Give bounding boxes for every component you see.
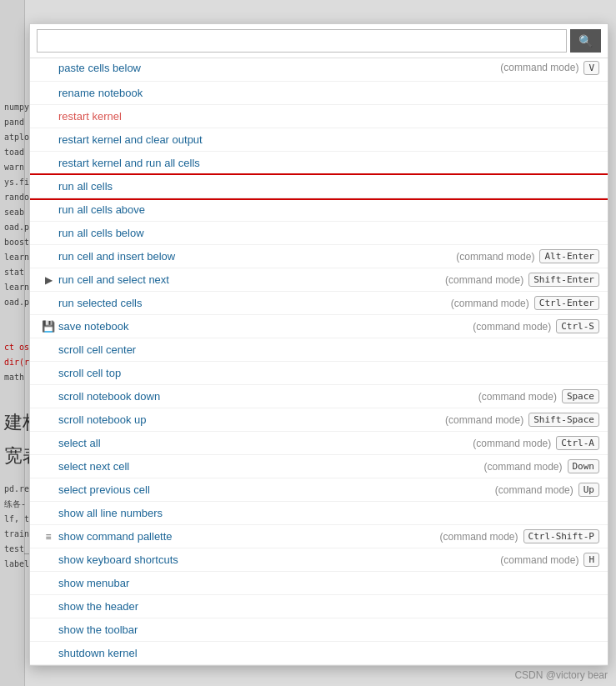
item-shortcut: (command mode)Ctrl-Enter — [451, 296, 599, 310]
list-item[interactable]: show menubar — [30, 572, 608, 595]
item-shortcut: (command mode)H — [500, 553, 599, 567]
item-label: restart kernel and run all cells — [58, 157, 599, 169]
list-item[interactable]: select previous cell(command mode)Up — [30, 478, 608, 502]
no-icon — [42, 61, 55, 74]
arrow-icon: ▶ — [42, 273, 55, 287]
list-item[interactable]: rename notebook — [30, 82, 608, 105]
no-icon — [42, 483, 55, 497]
item-shortcut: (command mode)Shift-Space — [445, 413, 599, 427]
item-label: show the toolbar — [58, 623, 599, 636]
item-label: scroll cell top — [58, 367, 599, 379]
no-icon — [42, 180, 55, 193]
item-label: run all cells above — [58, 203, 599, 216]
search-button[interactable]: 🔍 — [570, 29, 601, 53]
list-item[interactable]: show keyboard shortcuts(command mode)H — [30, 548, 608, 572]
list-item[interactable]: scroll cell top — [30, 362, 608, 385]
list-item[interactable]: show all line numbers — [30, 502, 608, 525]
search-input[interactable] — [37, 29, 567, 53]
list-item[interactable]: scroll notebook down(command mode)Space — [30, 385, 608, 408]
list-item[interactable]: run all cells above — [30, 198, 608, 222]
no-icon — [42, 133, 55, 147]
item-label: scroll cell center — [58, 343, 599, 356]
list-item[interactable]: scroll cell center — [30, 338, 608, 362]
item-label: show command pallette — [58, 530, 439, 543]
no-icon — [42, 297, 55, 310]
command-palette: 🔍 paste cells below(command mode)Vrename… — [29, 23, 608, 666]
floppy-icon: 💾 — [42, 320, 55, 333]
list-item[interactable]: run selected cells(command mode)Ctrl-Ent… — [30, 292, 608, 315]
item-label: restart kernel — [58, 110, 599, 123]
item-label: show menubar — [58, 577, 599, 589]
item-label: scroll notebook up — [58, 413, 445, 426]
item-label: select all — [58, 437, 473, 449]
list-item[interactable]: restart kernel — [30, 105, 608, 128]
item-shortcut: (command mode)Alt-Enter — [456, 249, 599, 263]
no-icon — [42, 390, 55, 403]
list-item[interactable]: scroll notebook up(command mode)Shift-Sp… — [30, 408, 608, 432]
item-shortcut: (command mode)Ctrl-S — [473, 319, 599, 333]
item-label: shutdown kernel — [58, 647, 599, 659]
no-icon — [42, 577, 55, 590]
no-icon — [42, 157, 55, 170]
list-item[interactable]: select next cell(command mode)Down — [30, 455, 608, 478]
items-list[interactable]: paste cells below(command mode)Vrename n… — [30, 58, 608, 665]
no-icon — [42, 343, 55, 357]
list-item[interactable]: ≡show command pallette(command mode)Ctrl… — [30, 525, 608, 548]
no-icon — [42, 227, 55, 240]
item-shortcut: (command mode)Space — [478, 389, 599, 403]
no-icon — [42, 110, 55, 123]
list-item[interactable]: paste cells below(command mode)V — [30, 58, 608, 82]
item-shortcut: (command mode)Down — [483, 459, 599, 473]
list-item[interactable]: run all cells — [30, 175, 608, 198]
item-shortcut: (command mode)Ctrl-A — [473, 436, 599, 450]
no-icon — [42, 460, 55, 473]
no-icon — [42, 647, 55, 660]
no-icon — [42, 553, 55, 567]
item-label: run all cells — [58, 180, 599, 193]
no-icon — [42, 367, 55, 380]
terminal-icon: ≡ — [42, 530, 55, 543]
list-item[interactable]: select all(command mode)Ctrl-A — [30, 432, 608, 455]
no-icon — [42, 600, 55, 613]
list-item[interactable]: run all cells below — [30, 222, 608, 245]
item-label: run selected cells — [58, 297, 451, 309]
item-shortcut: (command mode)Up — [495, 483, 599, 497]
item-label: show the header — [58, 600, 599, 613]
item-shortcut: (command mode)Shift-Enter — [445, 273, 599, 287]
item-label: save notebook — [58, 320, 473, 333]
item-label: run all cells below — [58, 227, 599, 239]
no-icon — [42, 413, 55, 427]
item-label: select previous cell — [58, 483, 495, 496]
list-item[interactable]: show the toolbar — [30, 618, 608, 642]
no-icon — [42, 623, 55, 637]
item-label: run cell and select next — [58, 273, 445, 286]
list-item[interactable]: ▶run cell and select next(command mode)S… — [30, 268, 608, 292]
list-item[interactable]: show the header — [30, 595, 608, 618]
search-bar: 🔍 — [30, 24, 608, 58]
item-label: scroll notebook down — [58, 390, 478, 403]
item-label: select next cell — [58, 460, 483, 473]
no-icon — [42, 203, 55, 217]
no-icon — [42, 437, 55, 450]
item-label: restart kernel and clear output — [58, 133, 599, 146]
no-icon — [42, 250, 55, 263]
list-item[interactable]: shutdown kernel — [30, 642, 608, 665]
list-item[interactable]: run cell and insert below(command mode)A… — [30, 245, 608, 268]
item-shortcut: (command mode)Ctrl-Shift-P — [439, 529, 599, 543]
item-label: run cell and insert below — [58, 250, 456, 263]
no-icon — [42, 87, 55, 100]
item-label: paste cells below — [58, 62, 500, 74]
item-label: show all line numbers — [58, 507, 599, 519]
item-label: show keyboard shortcuts — [58, 553, 500, 566]
list-item[interactable]: 💾save notebook(command mode)Ctrl-S — [30, 315, 608, 338]
item-shortcut: (command mode)V — [500, 61, 599, 75]
item-label: rename notebook — [58, 87, 599, 99]
list-item[interactable]: restart kernel and run all cells — [30, 152, 608, 175]
list-item[interactable]: restart kernel and clear output — [30, 128, 608, 152]
no-icon — [42, 507, 55, 520]
